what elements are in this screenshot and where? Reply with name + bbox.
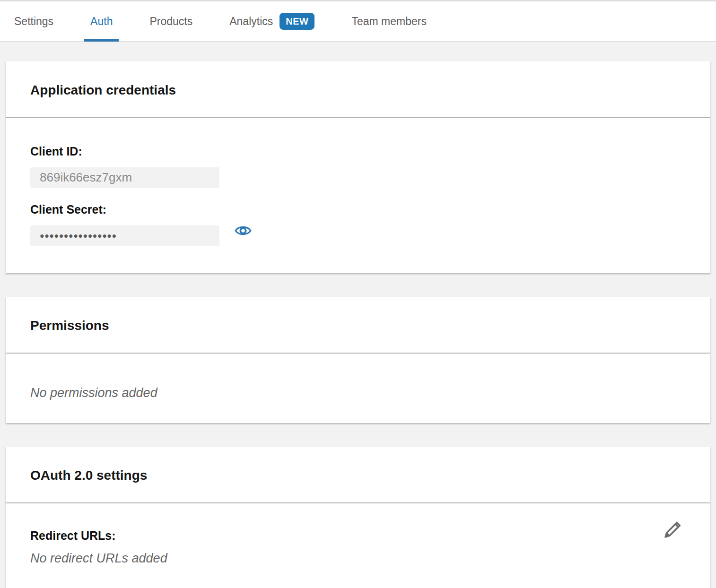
tab-settings-label: Settings: [14, 15, 53, 28]
credentials-card: Application credentials Client ID: 869ik…: [6, 61, 710, 273]
tab-analytics-label: Analytics: [229, 15, 273, 28]
oauth-settings-card: OAuth 2.0 settings Redirect URLs: No red…: [6, 447, 710, 588]
no-redirect-urls-text: No redirect URLs added: [30, 551, 686, 566]
credentials-card-title: Application credentials: [6, 61, 710, 118]
client-secret-row: ●●●●●●●●●●●●●●●●: [30, 216, 686, 246]
tab-bar: Settings Auth Products Analytics NEW Tea…: [0, 0, 716, 42]
new-badge: NEW: [279, 13, 314, 30]
tab-auth-label: Auth: [90, 15, 113, 28]
tab-auth[interactable]: Auth: [84, 1, 119, 41]
main-content: Application credentials Client ID: 869ik…: [6, 61, 710, 588]
edit-redirect-urls-button[interactable]: [661, 519, 684, 542]
tab-team-members-label: Team members: [351, 15, 426, 28]
tab-analytics[interactable]: Analytics NEW: [223, 1, 321, 41]
oauth-card-body: Redirect URLs: No redirect URLs added: [6, 503, 710, 588]
no-permissions-text: No permissions added: [30, 386, 686, 400]
permissions-card: Permissions No permissions added: [6, 297, 710, 423]
permissions-card-title: Permissions: [6, 297, 710, 354]
client-secret-value: ●●●●●●●●●●●●●●●●: [30, 225, 219, 246]
redirect-urls-label: Redirect URLs:: [30, 529, 686, 543]
client-secret-label: Client Secret:: [30, 203, 686, 216]
oauth-card-title: OAuth 2.0 settings: [6, 447, 710, 503]
client-id-label: Client ID:: [30, 145, 686, 158]
client-id-value: 869ik66esz7gxm: [30, 167, 219, 188]
credentials-card-body: Client ID: 869ik66esz7gxm Client Secret:…: [6, 118, 710, 273]
permissions-card-body: No permissions added: [6, 354, 710, 423]
tab-team-members[interactable]: Team members: [345, 1, 432, 41]
eye-icon: [235, 224, 252, 239]
tab-products-label: Products: [149, 15, 192, 28]
tab-settings[interactable]: Settings: [8, 1, 60, 41]
reveal-secret-button[interactable]: [235, 224, 252, 238]
pencil-icon: [662, 519, 683, 542]
tab-products[interactable]: Products: [143, 1, 199, 41]
